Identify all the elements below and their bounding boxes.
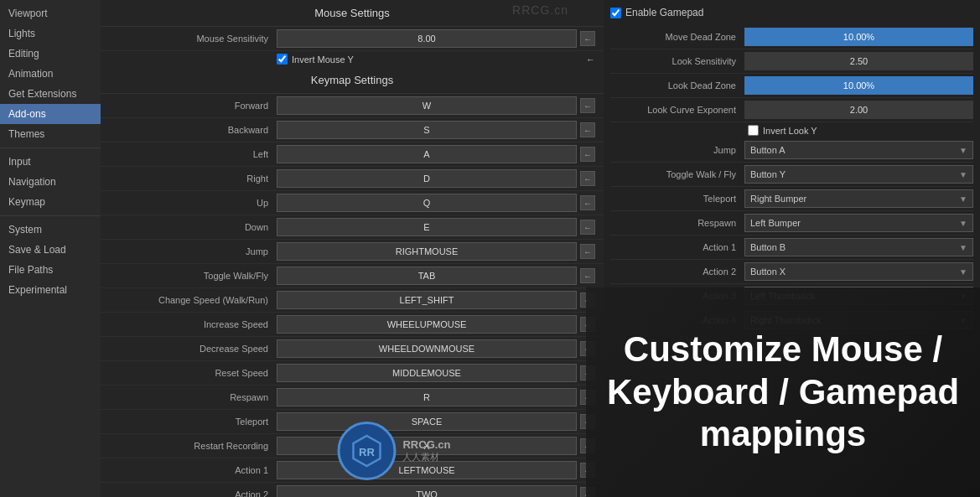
gamepad-select-label-3: Respawn [610,218,744,228]
keymap-input-16[interactable] [277,485,577,497]
invert-mouse-y-reset[interactable]: ← [586,54,595,65]
gamepad-select-label-4: Action 1 [610,242,744,252]
keymap-input-2[interactable] [277,145,577,163]
sidebar-item-editing[interactable]: Editing [0,44,101,64]
gamepad-select-text-1: Button Y [750,169,786,179]
keymap-input-6[interactable] [277,242,577,261]
keymap-row-12: Respawn ← [101,386,604,410]
gamepad-slider-row-3: Look Curve Exponent 2.00 [610,98,973,122]
sidebar-item-themes[interactable]: Themes [0,124,101,144]
keymap-input-14[interactable] [277,437,577,455]
keymap-label-16: Action 2 [109,489,277,497]
gamepad-select-row-0: Jump Button A ▼ [610,138,973,163]
invert-mouse-y-checkbox[interactable] [277,54,288,65]
gamepad-slider-label-1: Look Sensitivity [610,56,744,66]
keymap-row-7: Toggle Walk/Fly ← [101,264,604,288]
mouse-sensitivity-label: Mouse Sensitivity [109,34,277,44]
sidebar-item-save-load[interactable]: Save & Load [0,240,101,260]
gamepad-select-label-1: Toggle Walk / Fly [610,169,744,179]
keymap-row-0: Forward ← [101,94,604,118]
gamepad-select-row-2: Teleport Right Bumper ▼ [610,187,973,211]
sidebar-item-experimental[interactable]: Experimental [0,280,101,300]
keymap-row-5: Down ← [101,215,604,240]
keymap-input-7[interactable] [277,267,577,285]
sidebar-item-input[interactable]: Input [0,152,101,172]
keymap-label-12: Respawn [109,392,277,402]
keymap-label-0: Forward [109,101,277,111]
keymap-reset-2[interactable]: ← [580,147,595,162]
gamepad-select-value-1[interactable]: Button Y ▼ [744,165,973,184]
gamepad-select-value-0[interactable]: Button A ▼ [744,141,973,159]
mouse-sensitivity-input[interactable] [277,29,577,48]
keymap-row-2: Left ← [101,142,604,167]
keymap-input-4[interactable] [277,194,577,212]
gamepad-select-value-4[interactable]: Button B ▼ [744,238,973,256]
keymap-input-12[interactable] [277,388,577,406]
keymap-row-11: Reset Speed ← [101,361,604,386]
keymap-input-11[interactable] [277,364,577,382]
sidebar-item-viewport[interactable]: Viewport [0,3,101,23]
keymap-reset-6[interactable]: ← [580,244,595,259]
sidebar-item-navigation[interactable]: Navigation [0,172,101,192]
sidebar-item-keymap[interactable]: Keymap [0,192,101,212]
keymap-label-9: Increase Speed [109,319,277,329]
gamepad-select-text-0: Button A [750,145,786,155]
keymap-reset-0[interactable]: ← [580,98,595,113]
sidebar-item-lights[interactable]: Lights [0,23,101,44]
invert-look-y-checkbox[interactable] [748,125,759,136]
gamepad-select-row-5: Action 2 Button X ▼ [610,260,973,284]
keymap-reset-1[interactable]: ← [580,122,595,137]
keymap-reset-4[interactable]: ← [580,195,595,210]
keymap-row-6: Jump ← [101,240,604,264]
gamepad-slider-row-0: Move Dead Zone 10.00% [610,25,973,49]
gamepad-select-arrow-4: ▼ [959,243,967,252]
keymap-label-6: Jump [109,246,277,256]
sidebar-item-animation[interactable]: Animation [0,64,101,84]
enable-gamepad-checkbox[interactable] [610,8,621,18]
sidebar-item-add-ons[interactable]: Add-ons [0,104,101,124]
gamepad-slider-value-3[interactable]: 2.00 [744,101,973,119]
sidebar-item-get-extensions[interactable]: Get Extensions [0,84,101,104]
keymap-label-14: Restart Recording [109,441,277,451]
keymap-input-3[interactable] [277,169,577,188]
gamepad-select-value-5[interactable]: Button X ▼ [744,262,973,281]
gamepad-select-row-4: Action 1 Button B ▼ [610,236,973,260]
keymap-input-10[interactable] [277,339,577,358]
mouse-settings-header: Mouse Settings [101,0,604,27]
sidebar-item-system[interactable]: System [0,220,101,240]
invert-mouse-y-row: Invert Mouse Y ← [101,51,604,67]
keymap-input-15[interactable] [277,461,577,479]
overlay-panel: Customize Mouse / Keyboard / Gamepad map… [586,287,980,497]
gamepad-slider-rows: Move Dead Zone 10.00% Look Sensitivity 2… [610,25,973,122]
keymap-row-9: Increase Speed ← [101,313,604,337]
sidebar-item-file-paths[interactable]: File Paths [0,260,101,280]
gamepad-select-value-3[interactable]: Left Bumper ▼ [744,214,973,232]
gamepad-header: Enable Gamepad [610,7,973,18]
keymap-settings-header: Keymap Settings [101,67,604,94]
keymap-row-14: Restart Recording ← [101,434,604,458]
keymap-input-9[interactable] [277,315,577,334]
gamepad-slider-value-1[interactable]: 2.50 [744,52,973,70]
gamepad-slider-label-0: Move Dead Zone [610,32,744,42]
mouse-sensitivity-reset[interactable]: ← [580,31,595,46]
gamepad-select-value-2[interactable]: Right Bumper ▼ [744,189,973,208]
keymap-input-0[interactable] [277,96,577,115]
keymap-input-5[interactable] [277,218,577,236]
gamepad-select-label-0: Jump [610,145,744,155]
sidebar-divider-2 [0,215,101,216]
keymap-row-3: Right ← [101,167,604,191]
keymap-label-11: Reset Speed [109,368,277,378]
gamepad-slider-value-2[interactable]: 10.00% [744,76,973,95]
gamepad-slider-value-0[interactable]: 10.00% [744,28,973,46]
gamepad-select-text-2: Right Bumper [750,194,806,204]
keymap-reset-3[interactable]: ← [580,171,595,186]
keymap-row-13: Teleport ← [101,410,604,434]
keymap-input-1[interactable] [277,121,577,139]
keymap-input-13[interactable] [277,412,577,431]
keymap-input-8[interactable] [277,291,577,309]
keymap-reset-7[interactable]: ← [580,268,595,283]
gamepad-select-label-2: Teleport [610,194,744,204]
mouse-sensitivity-row: Mouse Sensitivity ← [101,27,604,51]
keymap-label-1: Backward [109,125,277,135]
keymap-reset-5[interactable]: ← [580,220,595,235]
